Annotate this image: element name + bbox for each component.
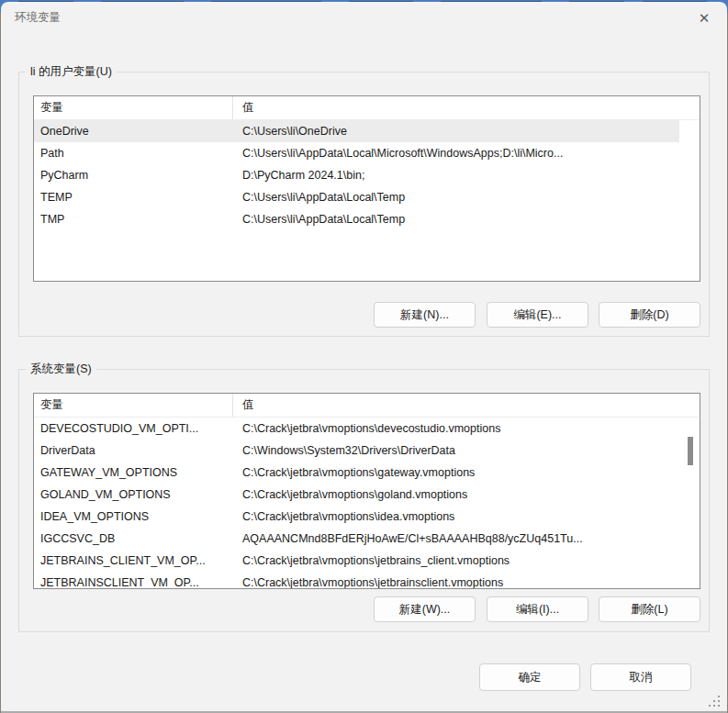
cell-variable: PyCharm bbox=[34, 164, 233, 186]
table-row[interactable]: TEMP C:\Users\li\AppData\Local\Temp bbox=[34, 186, 679, 208]
table-row[interactable]: TMP C:\Users\li\AppData\Local\Temp bbox=[34, 208, 679, 230]
table-row[interactable]: Path C:\Users\li\AppData\Local\Microsoft… bbox=[34, 142, 679, 164]
column-header-value[interactable]: 值 bbox=[233, 96, 700, 119]
vertical-scrollbar-thumb[interactable] bbox=[688, 437, 693, 465]
table-row[interactable]: JETBRAINS_CLIENT_VM_OP... C:\Crack\jetbr… bbox=[34, 550, 679, 572]
table-row[interactable]: GOLAND_VM_OPTIONS C:\Crack\jetbra\vmopti… bbox=[34, 484, 679, 506]
cell-variable: DriverData bbox=[34, 440, 233, 462]
cell-value: C:\Users\li\AppData\Local\Temp bbox=[233, 186, 679, 208]
system-variables-group-label: 系统变量(S) bbox=[26, 362, 96, 377]
cell-value: C:\Crack\jetbra\vmoptions\jetbrains_clie… bbox=[233, 550, 679, 572]
system-variables-group: 系统变量(S) 变量 值 DEVECOSTUDIO_VM_OPTI... C:\… bbox=[18, 369, 710, 632]
user-variables-table: 变量 值 OneDrive C:\Users\li\OneDrive Path … bbox=[33, 95, 700, 282]
column-header-value[interactable]: 值 bbox=[233, 394, 700, 417]
system-variables-table: 变量 值 DEVECOSTUDIO_VM_OPTI... C:\Crack\je… bbox=[33, 393, 700, 589]
resize-grip-icon[interactable] bbox=[709, 696, 720, 707]
table-row[interactable]: GATEWAY_VM_OPTIONS C:\Crack\jetbra\vmopt… bbox=[34, 462, 679, 484]
ok-button[interactable]: 确定 bbox=[479, 663, 580, 691]
cell-value: C:\Crack\jetbra\vmoptions\gateway.vmopti… bbox=[233, 462, 679, 484]
cell-value: C:\Users\li\AppData\Local\Microsoft\Wind… bbox=[233, 142, 679, 164]
system-edit-button[interactable]: 编辑(I)... bbox=[487, 596, 588, 622]
system-new-button[interactable]: 新建(W)... bbox=[374, 596, 476, 622]
user-delete-button[interactable]: 删除(D) bbox=[599, 302, 700, 328]
table-header-row: 变量 值 bbox=[34, 394, 700, 418]
table-header-row: 变量 值 bbox=[34, 96, 700, 120]
cell-variable: DEVECOSTUDIO_VM_OPTI... bbox=[34, 418, 233, 440]
table-row[interactable]: JETBRAINSCLIENT_VM_OP... C:\Crack\jetbra… bbox=[34, 572, 679, 589]
cell-variable: IGCCSVC_DB bbox=[34, 528, 233, 550]
cell-value: C:\Crack\jetbra\vmoptions\idea.vmoptions bbox=[233, 506, 679, 528]
cell-value: C:\Users\li\AppData\Local\Temp bbox=[233, 208, 679, 230]
table-row[interactable]: IDEA_VM_OPTIONS C:\Crack\jetbra\vmoption… bbox=[34, 506, 679, 528]
user-new-button[interactable]: 新建(N)... bbox=[374, 302, 476, 328]
cell-variable: TEMP bbox=[34, 186, 233, 208]
cell-value: AQAAANCMnd8BFdERjHoAwE/Cl+sBAAAAHBq88/yc… bbox=[233, 528, 679, 550]
cell-variable: TMP bbox=[34, 208, 233, 230]
column-header-variable[interactable]: 变量 bbox=[34, 96, 233, 119]
cell-variable: Path bbox=[34, 142, 233, 164]
cell-variable: IDEA_VM_OPTIONS bbox=[34, 506, 233, 528]
environment-variables-dialog: 环境变量 ✕ li 的用户变量(U) 变量 值 OneDrive C:\User… bbox=[1, 2, 727, 713]
cell-variable: GOLAND_VM_OPTIONS bbox=[34, 484, 233, 506]
table-row[interactable]: PyCharm D:\PyCharm 2024.1\bin; bbox=[34, 164, 679, 186]
cell-value: D:\PyCharm 2024.1\bin; bbox=[233, 164, 679, 186]
cell-variable: GATEWAY_VM_OPTIONS bbox=[34, 462, 233, 484]
dialog-title: 环境变量 bbox=[15, 10, 61, 26]
close-icon[interactable]: ✕ bbox=[692, 6, 716, 30]
cell-value: C:\Crack\jetbra\vmoptions\goland.vmoptio… bbox=[233, 484, 679, 506]
table-row[interactable]: DEVECOSTUDIO_VM_OPTI... C:\Crack\jetbra\… bbox=[34, 418, 679, 440]
cell-value: C:\Crack\jetbra\vmoptions\jetbrainsclien… bbox=[233, 572, 679, 589]
cancel-button[interactable]: 取消 bbox=[590, 663, 691, 691]
cell-variable: JETBRAINS_CLIENT_VM_OP... bbox=[34, 550, 233, 572]
cell-value: C:\Users\li\OneDrive bbox=[233, 120, 679, 142]
table-row[interactable]: OneDrive C:\Users\li\OneDrive bbox=[34, 120, 679, 142]
user-variables-group: li 的用户变量(U) 变量 值 OneDrive C:\Users\li\On… bbox=[18, 72, 710, 337]
user-variables-group-label: li 的用户变量(U) bbox=[26, 64, 117, 80]
system-delete-button[interactable]: 删除(L) bbox=[599, 596, 700, 622]
table-row[interactable]: DriverData C:\Windows\System32\Drivers\D… bbox=[34, 440, 679, 462]
user-edit-button[interactable]: 编辑(E)... bbox=[487, 302, 588, 328]
column-header-variable[interactable]: 变量 bbox=[34, 394, 233, 417]
cell-variable: OneDrive bbox=[34, 120, 233, 142]
table-row[interactable]: IGCCSVC_DB AQAAANCMnd8BFdERjHoAwE/Cl+sBA… bbox=[34, 528, 679, 550]
cell-value: C:\Crack\jetbra\vmoptions\devecostudio.v… bbox=[233, 418, 679, 440]
cell-variable: JETBRAINSCLIENT_VM_OP... bbox=[34, 572, 233, 589]
cell-value: C:\Windows\System32\Drivers\DriverData bbox=[233, 440, 679, 462]
